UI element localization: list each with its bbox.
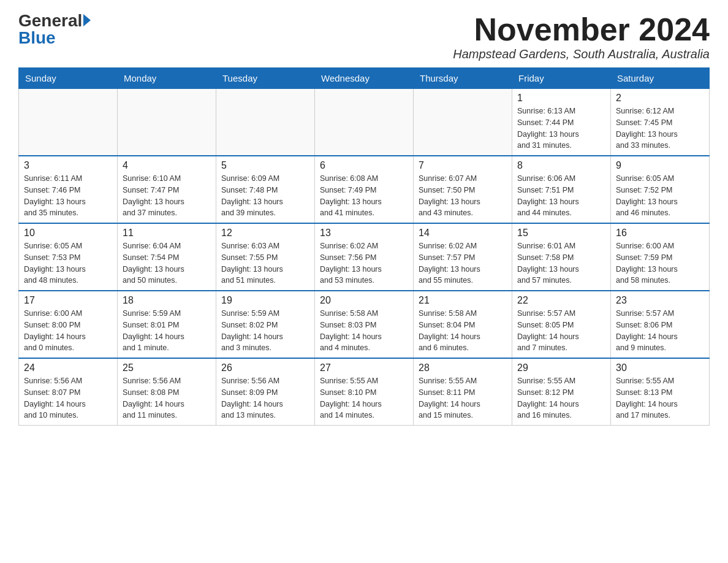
calendar-cell: 3Sunrise: 6:11 AM Sunset: 7:46 PM Daylig… — [19, 156, 118, 223]
calendar-table: SundayMondayTuesdayWednesdayThursdayFrid… — [18, 67, 710, 426]
day-number: 2 — [616, 93, 704, 104]
day-info: Sunrise: 6:07 AM Sunset: 7:50 PM Dayligh… — [419, 173, 507, 219]
day-number: 27 — [320, 362, 408, 373]
calendar-cell: 21Sunrise: 5:58 AM Sunset: 8:04 PM Dayli… — [414, 291, 512, 358]
day-header-sunday: Sunday — [19, 68, 118, 89]
day-info: Sunrise: 6:05 AM Sunset: 7:53 PM Dayligh… — [24, 240, 112, 286]
calendar-cell: 28Sunrise: 5:55 AM Sunset: 8:11 PM Dayli… — [414, 358, 512, 426]
day-info: Sunrise: 5:55 AM Sunset: 8:13 PM Dayligh… — [616, 375, 704, 421]
day-info: Sunrise: 6:06 AM Sunset: 7:51 PM Dayligh… — [517, 173, 605, 219]
calendar-cell: 7Sunrise: 6:07 AM Sunset: 7:50 PM Daylig… — [414, 156, 512, 223]
calendar-cell: 2Sunrise: 6:12 AM Sunset: 7:45 PM Daylig… — [611, 89, 710, 156]
page-header: General Blue November 2024 Hampstead Gar… — [18, 12, 710, 61]
day-info: Sunrise: 5:58 AM Sunset: 8:03 PM Dayligh… — [320, 308, 408, 354]
calendar-cell: 14Sunrise: 6:02 AM Sunset: 7:57 PM Dayli… — [414, 223, 512, 291]
calendar-cell: 5Sunrise: 6:09 AM Sunset: 7:48 PM Daylig… — [216, 156, 315, 223]
day-info: Sunrise: 6:12 AM Sunset: 7:45 PM Dayligh… — [616, 105, 704, 151]
calendar-cell: 8Sunrise: 6:06 AM Sunset: 7:51 PM Daylig… — [512, 156, 611, 223]
day-info: Sunrise: 5:57 AM Sunset: 8:05 PM Dayligh… — [517, 308, 605, 354]
calendar-week-row: 3Sunrise: 6:11 AM Sunset: 7:46 PM Daylig… — [19, 156, 710, 223]
calendar-cell: 18Sunrise: 5:59 AM Sunset: 8:01 PM Dayli… — [118, 291, 216, 358]
day-number: 28 — [419, 362, 507, 373]
calendar-cell: 13Sunrise: 6:02 AM Sunset: 7:56 PM Dayli… — [315, 223, 414, 291]
logo-general-text: General — [18, 12, 82, 29]
day-info: Sunrise: 5:59 AM Sunset: 8:02 PM Dayligh… — [221, 308, 309, 354]
calendar-week-row: 10Sunrise: 6:05 AM Sunset: 7:53 PM Dayli… — [19, 223, 710, 291]
day-info: Sunrise: 5:56 AM Sunset: 8:08 PM Dayligh… — [123, 375, 211, 421]
day-info: Sunrise: 6:03 AM Sunset: 7:55 PM Dayligh… — [221, 240, 309, 286]
logo-blue-text: Blue — [18, 29, 56, 47]
calendar-cell: 12Sunrise: 6:03 AM Sunset: 7:55 PM Dayli… — [216, 223, 315, 291]
day-header-saturday: Saturday — [611, 68, 710, 89]
day-number: 25 — [123, 362, 211, 373]
day-info: Sunrise: 6:02 AM Sunset: 7:57 PM Dayligh… — [419, 240, 507, 286]
calendar-cell: 6Sunrise: 6:08 AM Sunset: 7:49 PM Daylig… — [315, 156, 414, 223]
day-info: Sunrise: 6:00 AM Sunset: 8:00 PM Dayligh… — [24, 308, 112, 354]
day-number: 22 — [517, 295, 605, 306]
day-info: Sunrise: 5:59 AM Sunset: 8:01 PM Dayligh… — [123, 308, 211, 354]
calendar-cell: 16Sunrise: 6:00 AM Sunset: 7:59 PM Dayli… — [611, 223, 710, 291]
day-header-monday: Monday — [118, 68, 216, 89]
day-number: 5 — [221, 160, 309, 171]
day-info: Sunrise: 5:57 AM Sunset: 8:06 PM Dayligh… — [616, 308, 704, 354]
calendar-week-row: 24Sunrise: 5:56 AM Sunset: 8:07 PM Dayli… — [19, 358, 710, 426]
day-number: 8 — [517, 160, 605, 171]
day-info: Sunrise: 5:58 AM Sunset: 8:04 PM Dayligh… — [419, 308, 507, 354]
calendar-cell: 24Sunrise: 5:56 AM Sunset: 8:07 PM Dayli… — [19, 358, 118, 426]
day-number: 1 — [517, 93, 605, 104]
calendar-header-row: SundayMondayTuesdayWednesdayThursdayFrid… — [19, 68, 710, 89]
day-header-tuesday: Tuesday — [216, 68, 315, 89]
day-number: 15 — [517, 228, 605, 239]
day-number: 9 — [616, 160, 704, 171]
calendar-cell: 15Sunrise: 6:01 AM Sunset: 7:58 PM Dayli… — [512, 223, 611, 291]
calendar-cell — [315, 89, 414, 156]
day-number: 14 — [419, 228, 507, 239]
day-info: Sunrise: 6:00 AM Sunset: 7:59 PM Dayligh… — [616, 240, 704, 286]
calendar-week-row: 17Sunrise: 6:00 AM Sunset: 8:00 PM Dayli… — [19, 291, 710, 358]
day-number: 21 — [419, 295, 507, 306]
day-number: 4 — [123, 160, 211, 171]
calendar-cell: 17Sunrise: 6:00 AM Sunset: 8:00 PM Dayli… — [19, 291, 118, 358]
calendar-cell: 26Sunrise: 5:56 AM Sunset: 8:09 PM Dayli… — [216, 358, 315, 426]
day-info: Sunrise: 5:56 AM Sunset: 8:07 PM Dayligh… — [24, 375, 112, 421]
calendar-cell: 23Sunrise: 5:57 AM Sunset: 8:06 PM Dayli… — [611, 291, 710, 358]
calendar-cell: 9Sunrise: 6:05 AM Sunset: 7:52 PM Daylig… — [611, 156, 710, 223]
calendar-week-row: 1Sunrise: 6:13 AM Sunset: 7:44 PM Daylig… — [19, 89, 710, 156]
calendar-cell — [118, 89, 216, 156]
day-number: 16 — [616, 228, 704, 239]
day-info: Sunrise: 6:09 AM Sunset: 7:48 PM Dayligh… — [221, 173, 309, 219]
calendar-cell: 1Sunrise: 6:13 AM Sunset: 7:44 PM Daylig… — [512, 89, 611, 156]
day-info: Sunrise: 6:11 AM Sunset: 7:46 PM Dayligh… — [24, 173, 112, 219]
calendar-cell: 29Sunrise: 5:55 AM Sunset: 8:12 PM Dayli… — [512, 358, 611, 426]
day-number: 24 — [24, 362, 112, 373]
day-info: Sunrise: 6:02 AM Sunset: 7:56 PM Dayligh… — [320, 240, 408, 286]
calendar-cell: 30Sunrise: 5:55 AM Sunset: 8:13 PM Dayli… — [611, 358, 710, 426]
location-title: Hampstead Gardens, South Australia, Aust… — [453, 47, 710, 61]
day-number: 18 — [123, 295, 211, 306]
day-info: Sunrise: 6:01 AM Sunset: 7:58 PM Dayligh… — [517, 240, 605, 286]
day-number: 6 — [320, 160, 408, 171]
calendar-cell: 19Sunrise: 5:59 AM Sunset: 8:02 PM Dayli… — [216, 291, 315, 358]
calendar-cell — [19, 89, 118, 156]
calendar-cell: 27Sunrise: 5:55 AM Sunset: 8:10 PM Dayli… — [315, 358, 414, 426]
day-number: 11 — [123, 228, 211, 239]
day-number: 17 — [24, 295, 112, 306]
logo-arrow-icon — [83, 14, 91, 26]
day-info: Sunrise: 6:05 AM Sunset: 7:52 PM Dayligh… — [616, 173, 704, 219]
day-header-thursday: Thursday — [414, 68, 512, 89]
month-title: November 2024 — [453, 12, 710, 47]
day-number: 30 — [616, 362, 704, 373]
day-number: 7 — [419, 160, 507, 171]
day-info: Sunrise: 6:04 AM Sunset: 7:54 PM Dayligh… — [123, 240, 211, 286]
day-header-wednesday: Wednesday — [315, 68, 414, 89]
calendar-cell — [414, 89, 512, 156]
calendar-cell: 10Sunrise: 6:05 AM Sunset: 7:53 PM Dayli… — [19, 223, 118, 291]
calendar-cell: 4Sunrise: 6:10 AM Sunset: 7:47 PM Daylig… — [118, 156, 216, 223]
day-info: Sunrise: 5:55 AM Sunset: 8:11 PM Dayligh… — [419, 375, 507, 421]
day-header-friday: Friday — [512, 68, 611, 89]
calendar-cell: 25Sunrise: 5:56 AM Sunset: 8:08 PM Dayli… — [118, 358, 216, 426]
day-number: 12 — [221, 228, 309, 239]
day-info: Sunrise: 5:55 AM Sunset: 8:10 PM Dayligh… — [320, 375, 408, 421]
title-section: November 2024 Hampstead Gardens, South A… — [453, 12, 710, 61]
day-number: 26 — [221, 362, 309, 373]
